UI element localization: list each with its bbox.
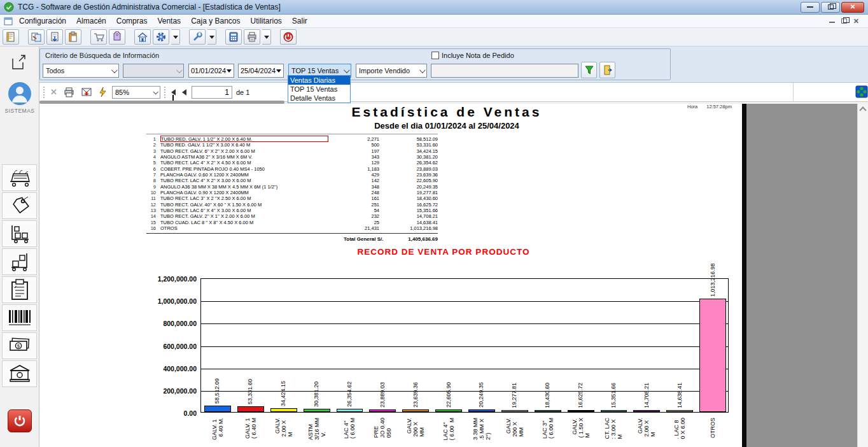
bar-value-label: 14,708.21	[644, 383, 650, 408]
menu-item-almacen[interactable]: Almacén	[71, 15, 111, 27]
print-button[interactable]	[244, 29, 260, 45]
bar-value-label: 15,351.66	[611, 383, 617, 408]
sidebar-barcode-button[interactable]	[2, 304, 37, 331]
app-logo-icon	[4, 2, 14, 12]
sidebar-stock-button[interactable]	[2, 220, 37, 247]
dropdown-option-detalle-ventas[interactable]: Detalle Ventas	[288, 94, 350, 103]
minimize-button[interactable]	[801, 2, 820, 13]
tools-dropdown-arrow[interactable]	[207, 29, 216, 45]
sidebar-bank-button[interactable]	[2, 360, 37, 387]
cell-qty: 161	[328, 195, 379, 201]
paste-button[interactable]	[65, 29, 81, 45]
bar	[535, 410, 561, 412]
bar	[304, 409, 330, 412]
table-row: 15TUBO CUAD. LAC 8 '' X 8'' X 4.50 X 6.0…	[146, 220, 438, 225]
settings-dropdown-arrow[interactable]	[171, 29, 180, 45]
x-axis-tick-label: 3 38 MM .5 MM X 2'')	[472, 418, 491, 440]
sidebar-prices-button[interactable]	[2, 192, 37, 219]
home-icon	[137, 31, 148, 43]
menu-item-compras[interactable]: Compras	[111, 15, 153, 27]
cell-qty: 21,431	[328, 225, 379, 231]
cell-amt: 19,277.81	[379, 190, 438, 195]
settings-button[interactable]	[153, 29, 169, 45]
x-axis-tick-label: GALV. 2.00 X M	[637, 418, 656, 437]
cell-qty: 197	[328, 148, 379, 154]
sidebar-cash-button[interactable]: $	[2, 332, 37, 359]
export-report-button[interactable]	[80, 86, 94, 98]
dropdown-option-ventas-diarias[interactable]: Ventas Diarias	[288, 76, 350, 85]
time-value: 12:57:28pm	[706, 104, 732, 110]
cell-qty: 232	[328, 213, 379, 219]
date-to-value: 25/04/2024	[241, 67, 276, 74]
chevron-down-icon	[176, 67, 183, 73]
scroll-up-icon[interactable]	[859, 106, 866, 113]
tag-button[interactable]	[109, 29, 125, 45]
menu-item-salir[interactable]: Salir	[287, 15, 312, 27]
refresh-data-button[interactable]	[97, 85, 108, 99]
cell-name: TUBO RECT. LAC 4'' X 2'' X 4.50 X 6.00 M	[160, 160, 328, 166]
dropdown-option-top-15-ventas[interactable]: TOP 15 Ventas	[288, 85, 350, 94]
mdi-minimize-icon[interactable]	[829, 19, 835, 23]
cell-amt: 23,889.03	[379, 166, 438, 172]
cell-amt: 15,351.66	[379, 208, 438, 213]
restore-button[interactable]	[821, 2, 840, 13]
sidebar-sales-cart-button[interactable]	[2, 164, 37, 191]
tools-button[interactable]	[189, 29, 206, 45]
cell-name: TUBO RED. GALV. 1 1/2'' X 2.00 X 6.40 M.	[160, 136, 328, 142]
sidebar-orders-button[interactable]	[2, 276, 37, 303]
bar	[337, 409, 363, 412]
y-axis-tick-label: 200,000.00	[163, 387, 197, 395]
mdi-close-icon[interactable]: ✕	[853, 17, 859, 25]
sidebar-power-button[interactable]	[8, 409, 32, 432]
menu-item-ventas[interactable]: Ventas	[152, 15, 186, 27]
menu-item-utilitarios[interactable]: Utilitarios	[246, 15, 287, 27]
scope-select[interactable]: Todos	[43, 64, 119, 78]
menu-item-caja-y-bancos[interactable]: Caja y Bancos	[186, 15, 245, 27]
vertical-scrollbar[interactable]	[857, 104, 868, 447]
first-page-button[interactable]	[170, 88, 177, 97]
menu-item-configuracion[interactable]: Configuración	[14, 15, 71, 27]
table-row: 7PLANCHA GALV. 0.60 X 1200 X 2400MM42923…	[146, 172, 438, 178]
open-form-button[interactable]	[3, 29, 19, 45]
prev-page-button[interactable]	[181, 88, 188, 97]
mdi-restore-icon[interactable]	[841, 18, 847, 24]
cell-num: 5	[146, 160, 160, 166]
y-axis-tick-label: 0.00	[184, 409, 197, 417]
shutdown-button[interactable]	[280, 29, 297, 45]
include-order-note-checkbox[interactable]	[431, 52, 439, 59]
calculator-button[interactable]	[225, 29, 242, 45]
date-to-picker[interactable]: 25/04/2024	[238, 64, 284, 78]
import-doc-button[interactable]	[46, 29, 63, 45]
cell-qty: 251	[328, 202, 379, 208]
metric-select[interactable]: Importe Vendido	[356, 64, 427, 78]
application-window: TCG - Software de Gestión Administrativa…	[0, 0, 868, 447]
print-dropdown-arrow[interactable]	[262, 29, 271, 45]
table-row: 6COBERT. PRE PINTADA ROJO 0.40 MS4 - 105…	[146, 166, 438, 172]
secondary-select[interactable]	[123, 64, 184, 78]
exit-panel-button[interactable]	[599, 62, 615, 78]
gridline	[201, 323, 728, 324]
close-button[interactable]: ✕	[841, 2, 864, 13]
transfer-docs-button[interactable]	[28, 29, 45, 45]
include-order-note-label: Incluye Nota de Pedido	[442, 52, 514, 59]
bar	[270, 408, 297, 412]
apply-filter-button[interactable]	[581, 62, 597, 78]
cell-num: 2	[146, 142, 160, 148]
sidebar-dispatch-button[interactable]	[2, 248, 37, 275]
chevron-down-icon	[111, 67, 118, 73]
report-toolbar: ✕ 85% de 1	[39, 83, 868, 102]
stock-trolley-icon	[8, 223, 32, 245]
bar-value-label: 16,625.72	[578, 383, 584, 408]
zoom-select[interactable]: 85%	[112, 86, 160, 99]
cart-button[interactable]	[90, 29, 107, 45]
close-report-button[interactable]: ✕	[49, 87, 59, 97]
money-icon: $	[7, 336, 32, 355]
date-from-picker[interactable]: 01/01/2024	[188, 64, 234, 78]
filter-text-input[interactable]	[431, 64, 578, 78]
expand-button[interactable]	[8, 52, 31, 74]
table-total-row: Total General S/.1,405,636.69	[146, 234, 438, 242]
home-button[interactable]	[134, 29, 151, 45]
print-report-button[interactable]	[62, 86, 76, 99]
page-number-input[interactable]	[192, 86, 232, 99]
y-axis-tick-label: 1,000,000.00	[158, 297, 197, 305]
